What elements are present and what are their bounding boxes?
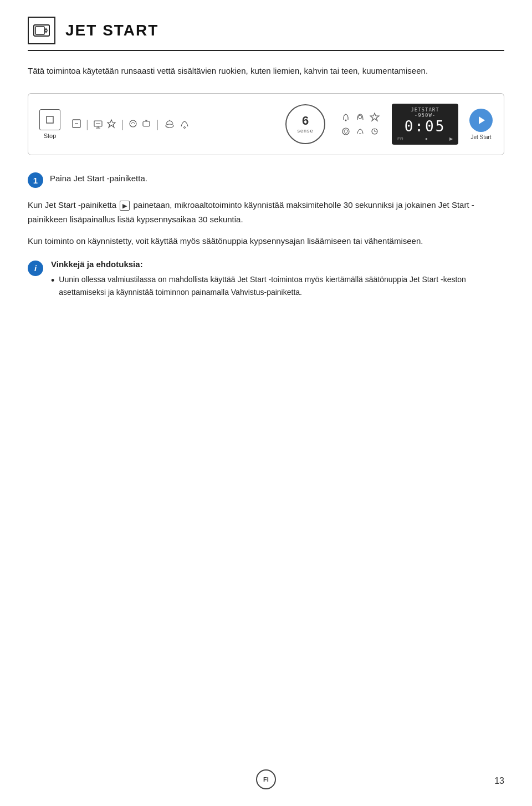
- display-top-text: JETSTART: [397, 107, 453, 113]
- step-1-text: Paina Jet Start -painiketta.: [50, 172, 504, 185]
- svg-marker-22: [370, 113, 379, 121]
- tips-content: Vinkkejä ja ehdotuksia: • Uunin ollessa …: [51, 259, 504, 303]
- tips-icon-letter: i: [34, 263, 37, 273]
- step-1-block: 1 Paina Jet Start -painiketta.: [28, 172, 504, 188]
- page-header: JET START: [28, 17, 504, 51]
- svg-point-17: [166, 124, 173, 127]
- step-1-number: 1: [28, 172, 43, 188]
- footer: FI: [0, 769, 532, 789]
- svg-point-20: [345, 120, 347, 121]
- display-arrow: ▶: [449, 136, 453, 141]
- fi-badge: FI: [256, 769, 276, 789]
- divider-1: |: [86, 118, 89, 131]
- display-dot: ●: [425, 136, 428, 141]
- intro-text: Tätä toimintoa käytetään runsaasti vettä…: [28, 64, 504, 78]
- desc-text-1: Kun Jet Start -painiketta: [28, 200, 116, 210]
- description-paragraph-1: Kun Jet Start -painiketta ▶ painetaan, m…: [28, 198, 504, 226]
- page-title: JET START: [65, 22, 158, 39]
- tips-section: i Vinkkejä ja ehdotuksia: • Uunin olless…: [28, 259, 504, 303]
- display-fr: FR: [397, 136, 403, 141]
- tips-title: Vinkkejä ja ehdotuksia:: [51, 259, 504, 269]
- func-icon-1: [71, 119, 81, 130]
- svg-point-21: [359, 115, 362, 119]
- ri-2: [354, 111, 366, 123]
- sense-number: 6: [302, 115, 309, 127]
- svg-rect-1: [35, 27, 44, 34]
- display-time: 0:05: [397, 118, 453, 135]
- jet-start-play-icon: [469, 109, 493, 132]
- svg-point-19: [183, 126, 185, 128]
- stop-label: Stop: [44, 132, 57, 139]
- divider-2: |: [121, 118, 124, 131]
- page-number: 13: [494, 776, 504, 786]
- svg-rect-14: [143, 121, 150, 126]
- func-icon-3: [106, 119, 116, 130]
- step-1-row: 1 Paina Jet Start -painiketta.: [28, 172, 504, 188]
- sense-label: sense: [297, 128, 313, 134]
- sense-knob: 6 sense: [285, 104, 325, 144]
- ri-3: [369, 111, 381, 123]
- divider-3: |: [156, 118, 158, 131]
- func-icon-2: [93, 119, 103, 130]
- tips-icon: i: [28, 261, 43, 276]
- function-icons-row: | | |: [71, 118, 271, 131]
- svg-point-13: [130, 120, 136, 127]
- svg-rect-5: [47, 116, 53, 123]
- func-icon-7: [179, 119, 190, 130]
- ri-4: [340, 125, 352, 137]
- ri-6: [369, 125, 381, 137]
- bullet-dot-1: •: [51, 273, 54, 288]
- svg-marker-12: [108, 120, 115, 127]
- control-panel: Stop | | | 6 sense: [28, 93, 504, 155]
- jet-start-label: Jet Start: [470, 134, 491, 140]
- jet-start-button-area: Jet Start: [469, 109, 493, 140]
- tips-text-1: Uunin ollessa valmiustilassa on mahdolli…: [59, 273, 504, 300]
- ri-1: [340, 111, 352, 123]
- display-panel: JETSTART -950W- 0:05 FR ● ▶: [392, 104, 458, 145]
- stop-button-area: Stop: [39, 109, 60, 139]
- svg-point-2: [45, 29, 47, 32]
- inline-play-icon: ▶: [120, 201, 130, 211]
- stop-button-box: [39, 109, 60, 130]
- func-icon-4: [128, 119, 138, 130]
- display-sub-text: -950W-: [397, 113, 453, 118]
- description-paragraph-2: Kun toiminto on käynnistetty, voit käytt…: [28, 234, 504, 248]
- ri-5: [354, 125, 366, 137]
- section-icon: [28, 17, 55, 44]
- right-icon-grid: [340, 111, 381, 137]
- func-icon-6: [163, 119, 176, 130]
- func-icon-5: [141, 119, 151, 130]
- svg-marker-26: [479, 116, 485, 124]
- tips-bullet-1: • Uunin ollessa valmiustilassa on mahdol…: [51, 273, 504, 300]
